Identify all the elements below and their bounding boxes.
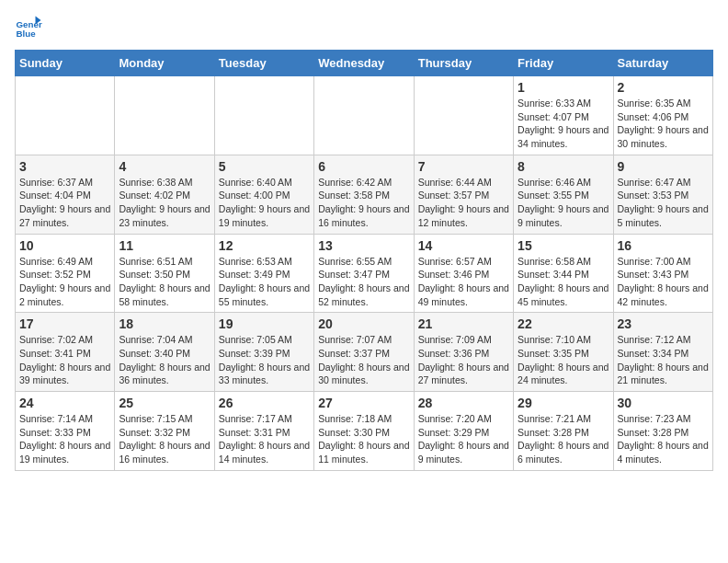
calendar-cell: 10Sunrise: 6:49 AM Sunset: 3:52 PM Dayli…: [16, 234, 115, 313]
calendar-cell: 20Sunrise: 7:07 AM Sunset: 3:37 PM Dayli…: [314, 313, 414, 392]
header-day-tuesday: Tuesday: [214, 51, 313, 76]
day-info: Sunrise: 7:04 AM Sunset: 3:40 PM Dayligh…: [119, 333, 210, 387]
calendar-week-2: 3Sunrise: 6:37 AM Sunset: 4:04 PM Daylig…: [16, 155, 713, 234]
day-info: Sunrise: 7:23 AM Sunset: 3:28 PM Dayligh…: [618, 412, 709, 466]
logo: General Blue: [15, 15, 46, 42]
calendar-cell: 3Sunrise: 6:37 AM Sunset: 4:04 PM Daylig…: [16, 155, 115, 234]
calendar-cell: 12Sunrise: 6:53 AM Sunset: 3:49 PM Dayli…: [214, 234, 313, 313]
day-info: Sunrise: 7:15 AM Sunset: 3:32 PM Dayligh…: [119, 412, 210, 466]
day-number: 16: [618, 238, 709, 253]
day-number: 1: [518, 80, 609, 95]
calendar-cell: 13Sunrise: 6:55 AM Sunset: 3:47 PM Dayli…: [314, 234, 414, 313]
calendar-cell: 8Sunrise: 6:46 AM Sunset: 3:55 PM Daylig…: [514, 155, 613, 234]
day-info: Sunrise: 7:10 AM Sunset: 3:35 PM Dayligh…: [518, 333, 609, 387]
calendar-cell: [115, 76, 214, 155]
day-number: 4: [119, 159, 210, 174]
header-day-saturday: Saturday: [613, 51, 712, 76]
day-info: Sunrise: 6:51 AM Sunset: 3:50 PM Dayligh…: [119, 255, 210, 309]
header: General Blue: [15, 15, 713, 42]
calendar-week-1: 1Sunrise: 6:33 AM Sunset: 4:07 PM Daylig…: [16, 76, 713, 155]
day-info: Sunrise: 7:07 AM Sunset: 3:37 PM Dayligh…: [318, 333, 409, 387]
svg-text:Blue: Blue: [17, 29, 37, 39]
day-number: 25: [119, 396, 210, 410]
calendar-cell: 29Sunrise: 7:21 AM Sunset: 3:28 PM Dayli…: [514, 392, 613, 471]
day-number: 20: [318, 316, 409, 331]
day-number: 19: [219, 316, 310, 331]
calendar-cell: 4Sunrise: 6:38 AM Sunset: 4:02 PM Daylig…: [115, 155, 214, 234]
day-number: 9: [618, 159, 709, 174]
calendar-cell: [314, 76, 414, 155]
calendar-cell: 14Sunrise: 6:57 AM Sunset: 3:46 PM Dayli…: [414, 234, 513, 313]
day-number: 17: [19, 316, 110, 331]
day-info: Sunrise: 6:53 AM Sunset: 3:49 PM Dayligh…: [219, 255, 310, 309]
day-info: Sunrise: 6:35 AM Sunset: 4:06 PM Dayligh…: [618, 97, 709, 151]
day-number: 3: [19, 159, 110, 174]
day-number: 7: [418, 159, 509, 174]
calendar-cell: 7Sunrise: 6:44 AM Sunset: 3:57 PM Daylig…: [414, 155, 513, 234]
calendar-week-4: 17Sunrise: 7:02 AM Sunset: 3:41 PM Dayli…: [16, 313, 713, 392]
day-number: 14: [418, 238, 509, 253]
day-info: Sunrise: 6:37 AM Sunset: 4:04 PM Dayligh…: [19, 176, 110, 230]
header-day-sunday: Sunday: [16, 51, 115, 76]
day-info: Sunrise: 6:58 AM Sunset: 3:44 PM Dayligh…: [518, 255, 609, 309]
day-info: Sunrise: 6:49 AM Sunset: 3:52 PM Dayligh…: [19, 255, 110, 309]
day-info: Sunrise: 7:09 AM Sunset: 3:36 PM Dayligh…: [418, 333, 509, 387]
day-number: 22: [518, 316, 609, 331]
calendar-cell: 5Sunrise: 6:40 AM Sunset: 4:00 PM Daylig…: [214, 155, 313, 234]
calendar-cell: 9Sunrise: 6:47 AM Sunset: 3:53 PM Daylig…: [613, 155, 712, 234]
calendar-body: 1Sunrise: 6:33 AM Sunset: 4:07 PM Daylig…: [16, 76, 713, 471]
day-number: 18: [119, 316, 210, 331]
day-info: Sunrise: 7:00 AM Sunset: 3:43 PM Dayligh…: [618, 255, 709, 309]
day-number: 6: [318, 159, 409, 174]
calendar-cell: 21Sunrise: 7:09 AM Sunset: 3:36 PM Dayli…: [414, 313, 513, 392]
day-number: 5: [219, 159, 310, 174]
day-info: Sunrise: 7:12 AM Sunset: 3:34 PM Dayligh…: [618, 333, 709, 387]
day-number: 11: [119, 238, 210, 253]
day-number: 24: [19, 396, 110, 410]
day-number: 29: [518, 396, 609, 410]
day-info: Sunrise: 6:38 AM Sunset: 4:02 PM Dayligh…: [119, 176, 210, 230]
day-number: 28: [418, 396, 509, 410]
day-info: Sunrise: 7:02 AM Sunset: 3:41 PM Dayligh…: [19, 333, 110, 387]
calendar-cell: [414, 76, 513, 155]
calendar-cell: 27Sunrise: 7:18 AM Sunset: 3:30 PM Dayli…: [314, 392, 414, 471]
day-number: 30: [618, 396, 709, 410]
day-info: Sunrise: 6:57 AM Sunset: 3:46 PM Dayligh…: [418, 255, 509, 309]
calendar-cell: 28Sunrise: 7:20 AM Sunset: 3:29 PM Dayli…: [414, 392, 513, 471]
day-info: Sunrise: 6:44 AM Sunset: 3:57 PM Dayligh…: [418, 176, 509, 230]
calendar-cell: 23Sunrise: 7:12 AM Sunset: 3:34 PM Dayli…: [613, 313, 712, 392]
calendar-week-3: 10Sunrise: 6:49 AM Sunset: 3:52 PM Dayli…: [16, 234, 713, 313]
day-number: 13: [318, 238, 409, 253]
calendar-cell: 25Sunrise: 7:15 AM Sunset: 3:32 PM Dayli…: [115, 392, 214, 471]
calendar-cell: 6Sunrise: 6:42 AM Sunset: 3:58 PM Daylig…: [314, 155, 414, 234]
day-number: 8: [518, 159, 609, 174]
day-number: 10: [19, 238, 110, 253]
day-info: Sunrise: 6:33 AM Sunset: 4:07 PM Dayligh…: [518, 97, 609, 151]
header-day-thursday: Thursday: [414, 51, 513, 76]
calendar-cell: 26Sunrise: 7:17 AM Sunset: 3:31 PM Dayli…: [214, 392, 313, 471]
calendar-cell: 19Sunrise: 7:05 AM Sunset: 3:39 PM Dayli…: [214, 313, 313, 392]
calendar-cell: [16, 76, 115, 155]
calendar-cell: 17Sunrise: 7:02 AM Sunset: 3:41 PM Dayli…: [16, 313, 115, 392]
calendar-cell: 2Sunrise: 6:35 AM Sunset: 4:06 PM Daylig…: [613, 76, 712, 155]
header-day-wednesday: Wednesday: [314, 51, 414, 76]
day-info: Sunrise: 6:55 AM Sunset: 3:47 PM Dayligh…: [318, 255, 409, 309]
day-info: Sunrise: 6:46 AM Sunset: 3:55 PM Dayligh…: [518, 176, 609, 230]
day-number: 15: [518, 238, 609, 253]
day-number: 27: [318, 396, 409, 410]
calendar-cell: 18Sunrise: 7:04 AM Sunset: 3:40 PM Dayli…: [115, 313, 214, 392]
day-info: Sunrise: 6:42 AM Sunset: 3:58 PM Dayligh…: [318, 176, 409, 230]
calendar-cell: 22Sunrise: 7:10 AM Sunset: 3:35 PM Dayli…: [514, 313, 613, 392]
calendar-cell: 1Sunrise: 6:33 AM Sunset: 4:07 PM Daylig…: [514, 76, 613, 155]
header-day-friday: Friday: [514, 51, 613, 76]
calendar-header-row: SundayMondayTuesdayWednesdayThursdayFrid…: [16, 51, 713, 76]
day-info: Sunrise: 7:05 AM Sunset: 3:39 PM Dayligh…: [219, 333, 310, 387]
day-info: Sunrise: 7:21 AM Sunset: 3:28 PM Dayligh…: [518, 412, 609, 466]
logo-icon: General Blue: [15, 15, 42, 42]
day-info: Sunrise: 7:20 AM Sunset: 3:29 PM Dayligh…: [418, 412, 509, 466]
day-number: 26: [219, 396, 310, 410]
day-number: 21: [418, 316, 509, 331]
calendar-cell: 11Sunrise: 6:51 AM Sunset: 3:50 PM Dayli…: [115, 234, 214, 313]
day-info: Sunrise: 6:47 AM Sunset: 3:53 PM Dayligh…: [618, 176, 709, 230]
day-info: Sunrise: 7:18 AM Sunset: 3:30 PM Dayligh…: [318, 412, 409, 466]
